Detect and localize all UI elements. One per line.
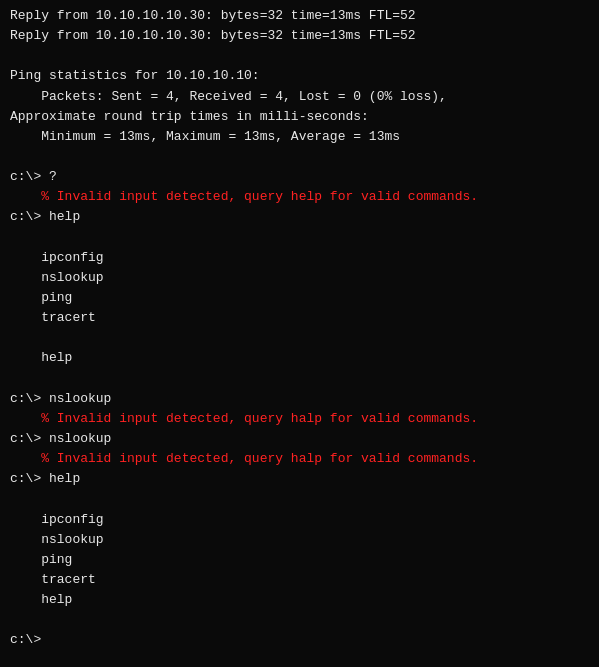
terminal-line: c:\> help xyxy=(10,469,589,489)
terminal-line: nslookup xyxy=(10,530,589,550)
terminal-line: ipconfig xyxy=(10,510,589,530)
terminal-line: Reply from 10.10.10.10.30: bytes=32 time… xyxy=(10,6,589,26)
terminal-line: help xyxy=(10,348,589,368)
terminal-line: Ping statistics for 10.10.10.10: xyxy=(10,66,589,86)
terminal-line: % Invalid input detected, query halp for… xyxy=(10,449,589,469)
terminal-line: Reply from 10.10.10.10.30: bytes=32 time… xyxy=(10,26,589,46)
terminal-line: % Invalid input detected, query help for… xyxy=(10,187,589,207)
terminal-line: tracert xyxy=(10,308,589,328)
terminal-line: tracert xyxy=(10,570,589,590)
terminal-line: ping xyxy=(10,550,589,570)
terminal-line: c:\> nslookup xyxy=(10,389,589,409)
terminal-window: Reply from 10.10.10.10.30: bytes=32 time… xyxy=(10,6,589,651)
terminal-line: Approximate round trip times in milli-se… xyxy=(10,107,589,127)
terminal-line: Packets: Sent = 4, Received = 4, Lost = … xyxy=(10,87,589,107)
terminal-line: % Invalid input detected, query halp for… xyxy=(10,409,589,429)
terminal-line: c:\> xyxy=(10,630,589,650)
terminal-line: nslookup xyxy=(10,268,589,288)
terminal-line: ping xyxy=(10,288,589,308)
terminal-line: c:\> nslookup xyxy=(10,429,589,449)
terminal-line: c:\> help xyxy=(10,207,589,227)
terminal-line: help xyxy=(10,590,589,610)
terminal-line: c:\> ? xyxy=(10,167,589,187)
terminal-line: Minimum = 13ms, Maximum = 13ms, Average … xyxy=(10,127,589,147)
terminal-line: ipconfig xyxy=(10,248,589,268)
